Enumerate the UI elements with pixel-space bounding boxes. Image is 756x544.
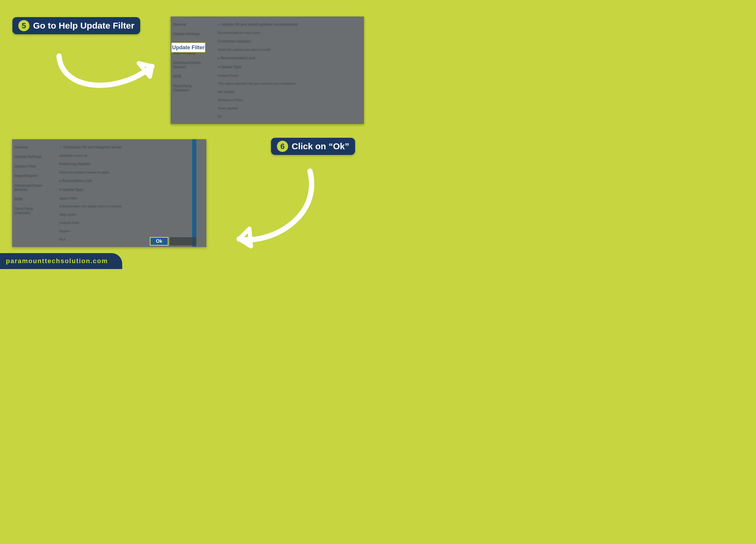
step-6-number-badge: 6	[277, 141, 288, 152]
body-row: Update Type	[218, 65, 354, 69]
update-filter-highlight[interactable]: Update Filter	[171, 43, 205, 53]
body-row: Net Update	[218, 90, 354, 94]
arrow-step-6	[221, 165, 322, 254]
sidebar-item: General	[14, 145, 50, 149]
body-row: Tools Update	[218, 107, 354, 110]
body-row: Feature Path	[59, 221, 195, 225]
screenshot-step-5: General Update Settings Update Filter Im…	[171, 17, 364, 124]
sidebar-item: Advanced Down-Restrict	[173, 61, 208, 69]
sidebar-item: Update Filter	[14, 164, 50, 169]
body-row: This option selection lets you continue …	[218, 82, 354, 85]
screenshot-b-body: Customize VS and integrate server Availa…	[59, 145, 195, 241]
body-row: Precondition Link	[59, 179, 195, 183]
body-row: Report	[59, 229, 195, 233]
body-row: Apply Filter	[59, 197, 195, 200]
screenshot-b-sidebar: General Update Settings Update Filter Im…	[14, 145, 50, 215]
cancel-button-blurred	[170, 237, 196, 246]
body-row: Recommended for most users	[218, 31, 354, 35]
screenshot-a-sidebar: General Update Settings Update Filter Im…	[173, 22, 208, 93]
body-row: Skip notice	[59, 213, 195, 216]
step-6-text: Click on “Ok”	[292, 141, 349, 151]
body-row: Preferring Handler	[59, 162, 195, 166]
arrow-step-5	[50, 44, 168, 103]
sidebar-item: Third Party Channels	[173, 84, 208, 93]
ok-button-highlight[interactable]: Ok	[150, 237, 169, 246]
sidebar-item: General	[173, 22, 208, 27]
body-row: Update Type	[59, 188, 195, 192]
body-row: Select the updates handler to apply	[59, 171, 195, 174]
body-row: Update VS and install updates recommende…	[218, 22, 354, 27]
sidebar-item: Third Party Channels	[14, 207, 50, 215]
step-5-text: Go to Help Update Filter	[33, 21, 134, 31]
sidebar-item: WSB	[173, 74, 208, 79]
body-row: Customize Updates	[218, 39, 354, 43]
step-6-callout: 6 Click on “Ok”	[271, 138, 355, 155]
body-row: Available scopes ok	[59, 154, 195, 157]
step-5-number-badge: 5	[18, 20, 30, 31]
screenshot-step-6: General Update Settings Update Filter Im…	[12, 139, 206, 247]
body-row: Activated when the update source is trus…	[59, 205, 195, 208]
body-row: DefSource Filter	[218, 98, 354, 102]
footer-site-link[interactable]: paramounttechsolution.com	[0, 253, 122, 269]
sidebar-item: Update Settings	[173, 32, 208, 36]
sidebar-item: Import/Export	[14, 174, 50, 178]
sidebar-item: Update Settings	[14, 155, 50, 159]
body-row: UI	[218, 115, 354, 118]
sidebar-item: WSB	[14, 197, 50, 201]
body-row: Customize VS and integrate server	[59, 145, 195, 149]
screenshot-a-body: Update VS and install updates recommende…	[218, 22, 354, 118]
body-row: Feature Pack	[218, 74, 354, 77]
body-row: Recommended Limit	[218, 56, 354, 60]
sidebar-item: Advanced Down-Restrict	[14, 184, 50, 192]
step-5-callout: 5 Go to Help Update Filter	[12, 17, 140, 34]
body-row: Select the updates you wish to install	[218, 48, 354, 51]
